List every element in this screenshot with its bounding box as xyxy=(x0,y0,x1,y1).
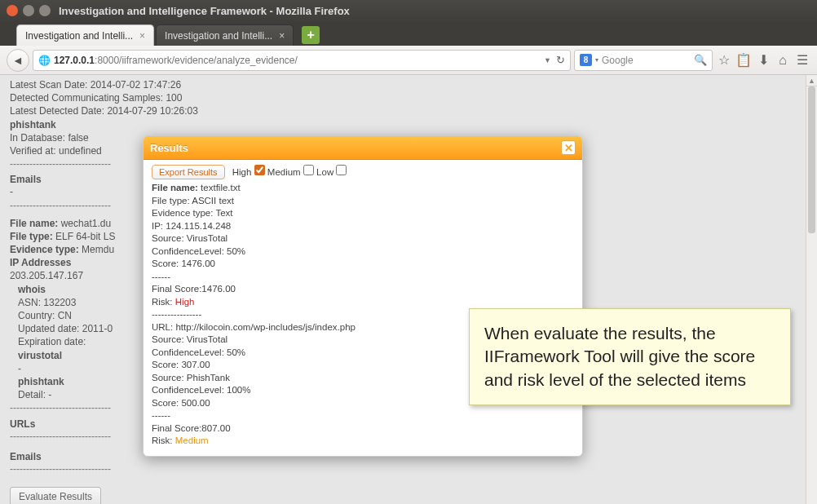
browser-tab-active[interactable]: Investigation and Intelli... × xyxy=(16,24,154,46)
window-maximize-button[interactable] xyxy=(39,5,51,16)
result-file-type: File type: ASCII text xyxy=(152,195,574,208)
close-icon: ✕ xyxy=(564,142,573,154)
reload-icon[interactable]: ↻ xyxy=(556,54,565,66)
window-close-button[interactable] xyxy=(7,5,18,16)
results-dialog: Results ✕ Export Results High Medium Low… xyxy=(143,135,583,457)
filter-medium-checkbox[interactable] xyxy=(303,165,314,175)
result-risk-2-label: Risk: xyxy=(152,435,173,445)
dialog-title: Results xyxy=(150,142,188,154)
search-provider-icon: 8 xyxy=(580,54,592,66)
tab-label: Investigation and Intelli... xyxy=(25,30,133,42)
result-file-name-value: textfile.txt xyxy=(201,183,241,192)
menu-icon[interactable]: ☰ xyxy=(794,52,810,68)
file-type-value: ELF 64-bit LS xyxy=(55,231,115,242)
bookmark-star-icon[interactable]: ☆ xyxy=(716,52,732,68)
annotation-text: When evaluate the results, the IIFramewo… xyxy=(484,324,755,389)
file-type-label: File type: xyxy=(10,231,53,242)
tab-label: Investigation and Intelli... xyxy=(165,30,272,42)
dialog-header[interactable]: Results ✕ xyxy=(144,136,582,160)
filter-medium-label: Medium xyxy=(267,167,301,177)
scroll-up-icon[interactable]: ▲ xyxy=(806,75,817,86)
result-file-name-label: File name: xyxy=(152,183,198,192)
window-titlebar: Investigation and Intelligence Framework… xyxy=(0,0,817,21)
file-name-value: wechat1.du xyxy=(61,218,111,229)
clipboard-icon[interactable]: 📋 xyxy=(735,52,752,68)
latest-detected-line: Latest Detected Date: 2014-07-29 10:26:0… xyxy=(10,104,796,117)
back-button[interactable]: ◄ xyxy=(7,49,29,72)
file-name-label: File name: xyxy=(10,218,58,229)
navigation-bar: ◄ 🌐 127.0.0.1:8000/iiframework/evidence/… xyxy=(0,46,817,75)
globe-icon: 🌐 xyxy=(38,55,51,66)
result-evidence-type: Evidence type: Text xyxy=(152,207,574,220)
result-score-1: Score: 1476.00 xyxy=(152,258,574,271)
detected-samples-line: Detected Communicating Samples: 100 xyxy=(10,91,796,104)
result-risk-1-label: Risk: xyxy=(152,297,173,307)
annotation-callout: When evaluate the results, the IIFramewo… xyxy=(469,308,791,405)
dropdown-caret-icon[interactable]: ▾ xyxy=(595,56,598,64)
window-title: Investigation and Intelligence Framework… xyxy=(59,5,350,17)
result-risk-1-value: High xyxy=(175,297,195,307)
filter-low-label: Low xyxy=(316,167,333,177)
result-final-2: Final Score:807.00 xyxy=(152,422,574,435)
filter-high-checkbox[interactable] xyxy=(254,165,265,175)
filter-high-label: High xyxy=(232,167,252,177)
phishtank-label: phishtank xyxy=(10,118,796,131)
search-placeholder: Google xyxy=(602,55,634,66)
filter-low-checkbox[interactable] xyxy=(336,165,347,175)
divider: ------------------------------- xyxy=(10,462,796,475)
result-source-1: Source: VirusTotal xyxy=(152,232,574,245)
vertical-scrollbar[interactable]: ▲ xyxy=(806,75,817,504)
url-host: 127.0.0.1 xyxy=(54,55,95,66)
window-buttons xyxy=(7,5,51,16)
back-arrow-icon: ◄ xyxy=(12,54,24,67)
search-icon[interactable]: 🔍 xyxy=(694,54,707,66)
evaluate-results-button[interactable]: Evaluate Results xyxy=(10,487,101,504)
window-minimize-button[interactable] xyxy=(23,5,34,16)
result-risk-2-value: Medium xyxy=(175,435,209,445)
dialog-close-button[interactable]: ✕ xyxy=(561,140,576,155)
search-input[interactable]: 8 ▾ Google 🔍 xyxy=(574,50,713,71)
result-ip: IP: 124.115.14.248 xyxy=(152,220,574,233)
result-final-1: Final Score:1476.00 xyxy=(152,283,574,296)
evidence-type-value: Memdu xyxy=(82,244,114,255)
url-input[interactable]: 🌐 127.0.0.1:8000/iiframework/evidence/an… xyxy=(33,50,571,71)
evidence-type-label: Evidence type: xyxy=(10,244,79,255)
tab-strip: Investigation and Intelli... × Investiga… xyxy=(0,21,817,46)
new-tab-button[interactable]: + xyxy=(302,26,320,44)
browser-tab[interactable]: Investigation and Intelli... × xyxy=(156,24,294,46)
close-tab-icon[interactable]: × xyxy=(139,30,145,42)
url-history-dropdown-icon[interactable]: ▼ xyxy=(544,56,551,64)
result-confidence-1: ConfidenceLevel: 50% xyxy=(152,245,574,259)
close-tab-icon[interactable]: × xyxy=(279,30,285,42)
url-path: :8000/iiframework/evidence/analyze_evide… xyxy=(95,55,298,66)
export-results-button[interactable]: Export Results xyxy=(152,165,225,179)
scrollbar-thumb[interactable] xyxy=(808,86,815,233)
result-sep-3: ------ xyxy=(152,409,574,422)
home-icon[interactable]: ⌂ xyxy=(775,53,791,68)
result-sep-1: ------ xyxy=(152,271,574,284)
downloads-icon[interactable]: ⬇ xyxy=(755,52,771,68)
scan-date-line: Latest Scan Date: 2014-07-02 17:47:26 xyxy=(10,78,796,91)
